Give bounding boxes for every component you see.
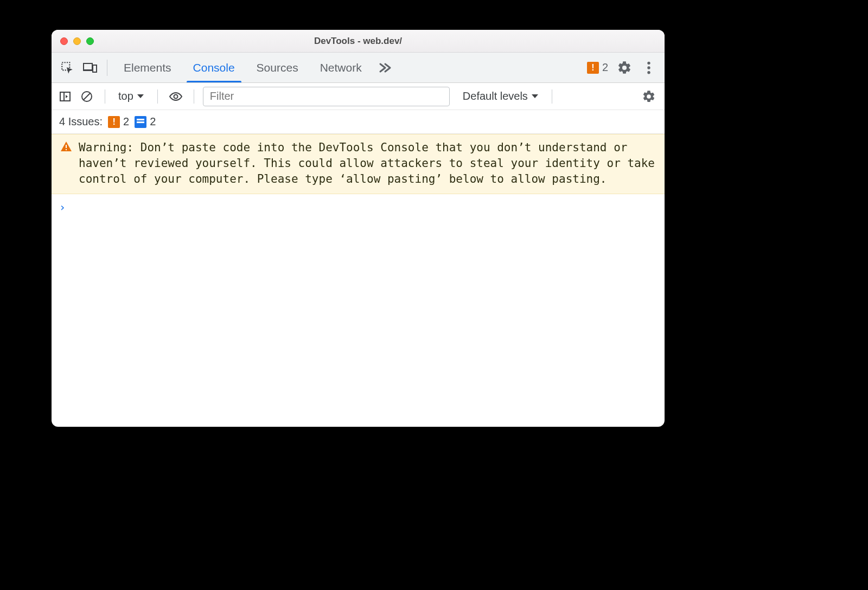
info-badge-icon — [135, 116, 146, 128]
divider — [157, 89, 158, 104]
orange-issue-count: 2 — [123, 116, 129, 128]
blue-issue-badge: 2 — [135, 116, 156, 128]
warning-text: Warning: Don’t paste code into the DevTo… — [79, 140, 656, 187]
svg-point-11 — [174, 94, 177, 98]
live-expression-icon[interactable] — [167, 87, 185, 106]
filter-input-wrap — [203, 87, 450, 106]
show-sidebar-icon[interactable] — [56, 87, 74, 106]
tab-sources[interactable]: Sources — [246, 53, 309, 82]
issues-summary[interactable]: 4 Issues: ! 2 2 — [52, 110, 665, 134]
svg-rect-13 — [66, 149, 67, 150]
error-badge-count: 2 — [602, 61, 608, 74]
log-levels-label: Default levels — [463, 90, 528, 102]
svg-line-10 — [84, 93, 90, 100]
window-titlebar: DevTools - web.dev/ — [52, 30, 665, 53]
issues-indicator[interactable]: ! 2 — [587, 61, 608, 74]
divider — [105, 89, 105, 104]
warning-badge-icon: ! — [108, 116, 120, 128]
context-label: top — [118, 90, 133, 102]
svg-point-6 — [647, 70, 650, 73]
tab-elements[interactable]: Elements — [113, 53, 182, 82]
self-xss-warning: Warning: Don’t paste code into the DevTo… — [52, 134, 665, 194]
more-tabs-button[interactable] — [373, 53, 398, 82]
panel-tabs: Elements Console Sources Network — [113, 53, 398, 82]
svg-point-4 — [647, 61, 650, 64]
device-toggle-icon[interactable] — [80, 57, 100, 78]
prompt-chevron-icon: › — [59, 201, 66, 214]
svg-rect-12 — [66, 145, 67, 148]
divider — [194, 89, 194, 104]
kebab-menu-icon[interactable] — [639, 57, 659, 78]
console-prompt[interactable]: › — [52, 194, 665, 220]
chevron-down-icon — [531, 94, 539, 99]
console-settings-gear-icon[interactable] — [637, 87, 660, 106]
divider — [552, 89, 552, 104]
issues-label: 4 Issues: — [59, 116, 103, 128]
orange-issue-badge: ! 2 — [108, 116, 129, 128]
window-title: DevTools - web.dev/ — [52, 36, 665, 47]
chevron-down-icon — [137, 94, 144, 99]
svg-rect-3 — [93, 65, 97, 72]
console-toolbar: top Default levels — [52, 83, 665, 110]
devtools-window: DevTools - web.dev/ Elements Console Sou… — [52, 30, 665, 427]
main-tabstrip: Elements Console Sources Network ! 2 — [52, 53, 665, 83]
svg-rect-1 — [84, 63, 92, 70]
clear-console-icon[interactable] — [78, 87, 96, 106]
svg-rect-7 — [60, 92, 70, 101]
divider — [107, 60, 107, 76]
context-selector[interactable]: top — [114, 90, 149, 102]
svg-rect-2 — [83, 70, 93, 71]
inspect-element-icon[interactable] — [57, 57, 78, 78]
error-badge-icon: ! — [587, 62, 599, 74]
tab-network[interactable]: Network — [309, 53, 373, 82]
tab-console[interactable]: Console — [182, 53, 246, 82]
blue-issue-count: 2 — [150, 116, 156, 128]
warning-triangle-icon — [60, 141, 72, 187]
log-levels-selector[interactable]: Default levels — [463, 90, 539, 102]
filter-input[interactable] — [203, 87, 450, 106]
svg-point-5 — [647, 66, 650, 69]
settings-gear-icon[interactable] — [612, 57, 636, 78]
